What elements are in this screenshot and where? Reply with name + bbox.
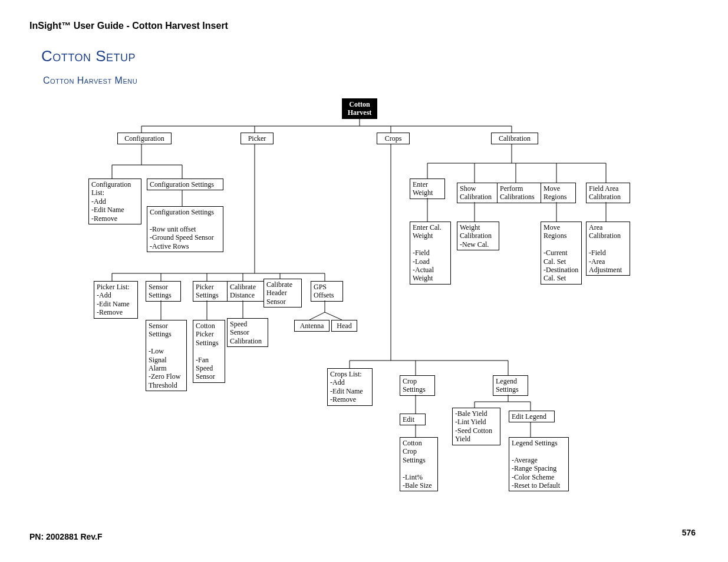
page-title: Cotton Setup <box>41 47 136 65</box>
node-edit: Edit <box>400 414 426 425</box>
root-l2: Harvest <box>348 108 372 117</box>
node-calibrate-header: CalibrateHeaderSensor <box>263 279 302 308</box>
node-root: Cotton Harvest <box>342 98 377 119</box>
node-sensor-settings-detail: SensorSettings -LowSignalAlarm-Zero Flow… <box>146 320 187 391</box>
node-crops-list: Crops List:-Add-Edit Name-Remove <box>327 368 373 406</box>
node-config-settings-2: Configuration Settings -Row unit offset-… <box>147 206 223 252</box>
node-picker-settings: PickerSettings <box>193 281 228 302</box>
node-gps-offsets: GPSOffsets <box>311 281 343 302</box>
node-area-calibration: AreaCalibration -Field-AreaAdjustment <box>586 222 630 276</box>
part-number: PN: 2002881 Rev.F <box>29 532 102 541</box>
node-move-regions: MoveRegions <box>541 183 576 203</box>
node-picker-list: Picker List:-Add-Edit Name-Remove <box>94 281 138 319</box>
svg-line-24 <box>325 312 342 320</box>
node-weight-calibration: WeightCalibration-New Cal. <box>457 222 499 250</box>
node-calibration: Calibration <box>491 133 538 144</box>
node-config-list: ConfigurationList:-Add-Edit Name-Remove <box>88 178 141 224</box>
svg-line-23 <box>309 312 325 320</box>
node-antenna: Antenna <box>294 320 330 332</box>
node-picker: Picker <box>241 133 274 144</box>
node-enter-cal-weight: Enter Cal.Weight -Field-Load-ActualWeigh… <box>410 222 451 285</box>
node-speed-sensor-cal: SpeedSensorCalibration <box>227 318 268 347</box>
node-field-area-calibration: Field AreaCalibration <box>586 183 630 203</box>
root-l1: Cotton <box>349 100 370 108</box>
node-crop-settings: CropSettings <box>400 375 435 396</box>
node-calibrate-distance: CalibrateDistance <box>227 281 265 302</box>
node-config-settings-1: Configuration Settings <box>147 178 223 190</box>
node-legend-yields: -Bale Yield-Lint Yield-Seed CottonYield <box>452 408 500 445</box>
doc-header: InSight™ User Guide - Cotton Harvest Ins… <box>29 21 228 31</box>
node-cotton-crop-settings: CottonCropSettings -Lint%-Bale Size <box>400 437 438 491</box>
node-show-calibration: ShowCalibration <box>457 183 499 203</box>
page-subtitle: Cotton Harvest Menu <box>43 75 137 86</box>
node-sensor-settings: SensorSettings <box>146 281 181 302</box>
node-move-regions-detail: MoveRegions -CurrentCal. Set-Destination… <box>541 222 582 285</box>
node-legend-settings: LegendSettings <box>493 375 528 396</box>
page-number: 576 <box>682 528 696 537</box>
node-configuration: Configuration <box>117 133 172 144</box>
node-edit-legend: Edit Legend <box>509 411 555 422</box>
node-legend-settings-detail: Legend Settings -Average-Range Spacing-C… <box>509 437 569 491</box>
node-crops: Crops <box>377 133 410 144</box>
node-picker-settings-detail: CottonPickerSettings -FanSpeedSensor <box>193 320 225 383</box>
node-perform-calibrations: PerformCalibrations <box>497 183 543 203</box>
node-head: Head <box>331 320 357 332</box>
node-enter-weight: EnterWeight <box>410 178 445 199</box>
